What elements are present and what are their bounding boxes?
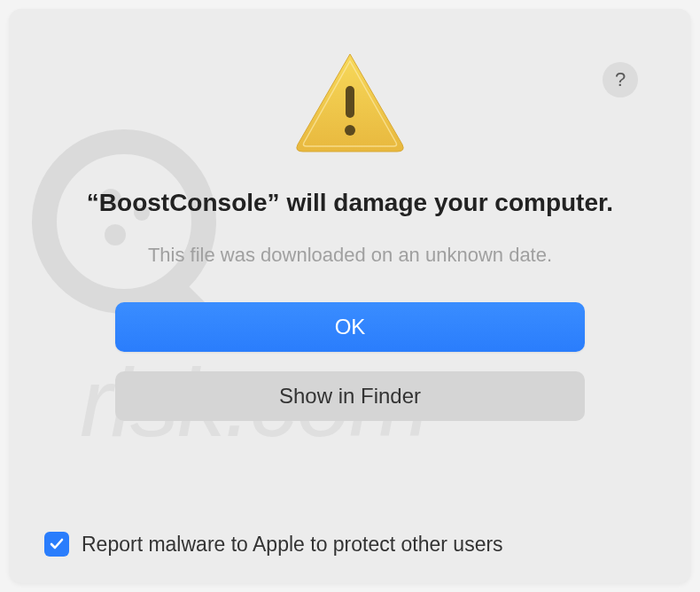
dialog-title: “BoostConsole” will damage your computer…	[51, 187, 649, 219]
checkmark-icon	[49, 536, 65, 552]
svg-point-6	[345, 125, 355, 136]
svg-rect-5	[346, 86, 354, 118]
warning-icon	[292, 49, 408, 159]
report-malware-checkbox[interactable]	[44, 532, 69, 557]
report-malware-row: Report malware to Apple to protect other…	[44, 532, 503, 557]
dialog-subtitle: This file was downloaded on an unknown d…	[148, 244, 552, 267]
help-icon: ?	[615, 68, 626, 91]
button-stack: OK Show in Finder	[115, 302, 585, 421]
report-malware-label: Report malware to Apple to protect other…	[82, 533, 503, 557]
alert-dialog: risk.com ? “BoostConsole” will damage yo…	[9, 9, 691, 583]
help-button[interactable]: ?	[603, 62, 638, 97]
show-in-finder-button[interactable]: Show in Finder	[115, 371, 585, 421]
ok-button[interactable]: OK	[115, 302, 585, 352]
